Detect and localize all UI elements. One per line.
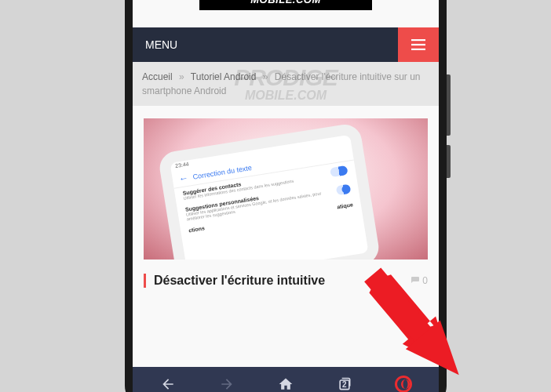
breadcrumb-home[interactable]: Accueil bbox=[142, 71, 173, 82]
mock-phone-photo: 23:44 ← Correction du texte Suggérer des… bbox=[158, 122, 381, 260]
mock-setting-3a: ctions bbox=[188, 225, 205, 233]
arrow-left-icon bbox=[160, 376, 176, 392]
phone-screen: PRODIGE MOBILE.COM MENU Accueil » Tutori… bbox=[133, 0, 439, 392]
breadcrumb-category[interactable]: Tutoriel Android bbox=[191, 71, 257, 82]
arrow-right-icon bbox=[219, 376, 235, 392]
menu-label[interactable]: MENU bbox=[133, 27, 398, 62]
logo-line2: MOBILE.COM bbox=[199, 0, 372, 5]
svg-rect-1 bbox=[411, 44, 425, 45]
comments-number: 0 bbox=[422, 275, 428, 286]
comment-icon bbox=[411, 276, 420, 285]
nav-forward-button[interactable] bbox=[210, 376, 244, 392]
article-title-row: Désactiver l'écriture intuitive 0 bbox=[133, 266, 439, 291]
site-logo-banner[interactable]: PRODIGE MOBILE.COM bbox=[199, 0, 372, 10]
volume-button bbox=[447, 74, 451, 136]
browser-nav-bar: 2 bbox=[133, 367, 439, 392]
nav-back-button[interactable] bbox=[151, 376, 185, 392]
opera-icon bbox=[395, 376, 412, 392]
tabs-count-badge: 2 bbox=[342, 380, 347, 389]
nav-tabs-button[interactable]: 2 bbox=[327, 376, 362, 392]
breadcrumb-sep: » bbox=[263, 71, 268, 82]
menu-bar: MENU bbox=[133, 27, 439, 62]
article-title[interactable]: Désactiver l'écriture intuitive bbox=[154, 274, 411, 288]
mock-toggle-1 bbox=[330, 165, 348, 176]
svg-rect-0 bbox=[411, 39, 425, 41]
home-icon bbox=[278, 376, 294, 392]
hamburger-icon bbox=[411, 39, 425, 50]
mock-toggle-2 bbox=[336, 183, 352, 195]
menu-toggle-button[interactable] bbox=[398, 27, 439, 62]
title-accent-marker bbox=[144, 274, 146, 288]
page-content: PRODIGE MOBILE.COM MENU Accueil » Tutori… bbox=[133, 0, 439, 367]
svg-rect-2 bbox=[411, 49, 425, 50]
mock-setting-3b: atique bbox=[337, 201, 353, 209]
breadcrumb-sep: » bbox=[179, 71, 184, 82]
article-hero-image[interactable]: 23:44 ← Correction du texte Suggérer des… bbox=[144, 118, 428, 260]
breadcrumb: Accueil » Tutoriel Android » Désactiver … bbox=[133, 62, 439, 106]
nav-home-button[interactable] bbox=[268, 376, 303, 392]
phone-frame: PRODIGE MOBILE.COM MENU Accueil » Tutori… bbox=[125, 0, 447, 392]
comments-count[interactable]: 0 bbox=[411, 275, 428, 286]
mock-back-icon: ← bbox=[178, 172, 189, 185]
power-button bbox=[447, 145, 451, 178]
nav-opera-button[interactable] bbox=[386, 376, 421, 392]
